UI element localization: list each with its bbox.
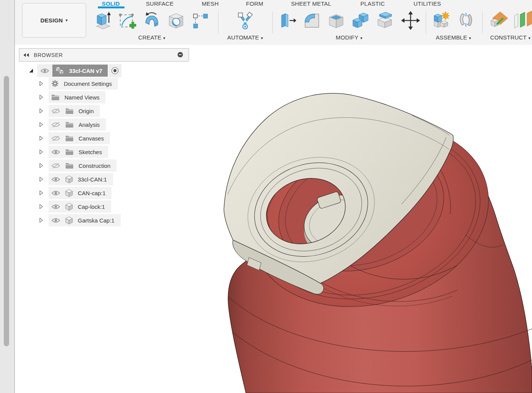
- minimize-panel-icon[interactable]: [177, 52, 183, 59]
- chevron-down-icon: ▾: [469, 36, 471, 40]
- gear-icon: [51, 80, 59, 87]
- component-icon: [65, 203, 73, 211]
- visibility-eye-icon[interactable]: [51, 177, 60, 182]
- fusion360-window: { "toolbar": { "workspace_switcher": { "…: [0, 0, 532, 393]
- root-component-icon: [55, 66, 65, 75]
- workspace-label: DESIGN: [40, 17, 63, 24]
- shell-icon[interactable]: [326, 11, 346, 32]
- visibility-eye-icon[interactable]: [51, 190, 60, 196]
- tree-row-component[interactable]: 33cl-CAN:1: [49, 173, 113, 185]
- folder-icon: [65, 108, 74, 114]
- chevron-down-icon: ▾: [529, 36, 531, 40]
- ribbon-toolbar: DESIGN ▾ SOLID SURFACE MESH FORM SHEET M…: [15, 0, 532, 45]
- left-gutter: [0, 0, 15, 393]
- construct-dropdown[interactable]: CONSTRUCT▾: [490, 34, 531, 41]
- component-icon: [65, 175, 73, 183]
- expand-caret-icon[interactable]: [28, 68, 34, 74]
- visibility-eye-icon[interactable]: [51, 204, 60, 210]
- create-sketch-icon[interactable]: [118, 11, 137, 32]
- expand-caret-icon[interactable]: [38, 163, 44, 169]
- visibility-eye-icon[interactable]: [37, 64, 52, 77]
- automate-dropdown[interactable]: AUTOMATE▾: [227, 34, 263, 41]
- move-copy-icon[interactable]: [401, 11, 420, 32]
- expand-caret-icon[interactable]: [38, 108, 44, 114]
- chevron-down-icon: ▾: [261, 36, 263, 40]
- tree-row-root[interactable]: 33cl-CAN v7: [37, 64, 121, 77]
- expand-caret-icon[interactable]: [38, 94, 44, 100]
- toolbar-separator: [482, 11, 483, 33]
- tree-row-named-views[interactable]: Named Views: [49, 91, 105, 103]
- tab-plastic[interactable]: PLASTIC: [360, 0, 385, 8]
- folder-icon: [65, 135, 74, 142]
- toolbar-separator: [426, 11, 426, 33]
- visibility-off-eye-icon[interactable]: [51, 136, 60, 141]
- folder-icon: [65, 149, 74, 155]
- fillet-icon[interactable]: [302, 11, 322, 32]
- modify-dropdown[interactable]: MODIFY▾: [336, 34, 362, 41]
- root-component-label: 33cl-CAN v7: [69, 68, 102, 74]
- workspace-switcher-button[interactable]: DESIGN ▾: [22, 3, 86, 38]
- component-icon: [65, 216, 73, 224]
- expand-caret-icon[interactable]: [38, 217, 44, 223]
- construction-planes-icon[interactable]: [514, 11, 532, 32]
- expand-caret-icon[interactable]: [38, 80, 44, 87]
- folder-icon: [51, 94, 60, 101]
- visibility-eye-icon[interactable]: [51, 149, 60, 155]
- chevron-down-icon: ▾: [163, 36, 165, 40]
- component-icon: [65, 189, 73, 197]
- tree-row-document-settings[interactable]: Document Settings: [49, 77, 118, 90]
- expand-caret-icon[interactable]: [38, 204, 44, 210]
- tree-row-origin[interactable]: Origin: [49, 105, 100, 117]
- automate-icon[interactable]: [235, 11, 255, 32]
- visibility-eye-icon[interactable]: [51, 218, 60, 223]
- split-body-icon[interactable]: [375, 11, 395, 32]
- revolve-icon[interactable]: [142, 11, 162, 32]
- expand-caret-icon[interactable]: [38, 149, 44, 155]
- offset-plane-icon[interactable]: [489, 11, 508, 32]
- tree-row-canvases[interactable]: Canvases: [49, 132, 110, 144]
- activate-component-radio[interactable]: [109, 64, 121, 77]
- visibility-off-eye-icon[interactable]: [51, 108, 60, 114]
- toolbar-separator: [218, 11, 219, 33]
- expand-caret-icon[interactable]: [38, 135, 44, 141]
- tab-form[interactable]: FORM: [246, 0, 263, 8]
- tab-utilities[interactable]: UTILITIES: [414, 0, 441, 8]
- tab-surface[interactable]: SURFACE: [146, 0, 174, 8]
- create-dropdown[interactable]: CREATE▾: [138, 34, 165, 41]
- tree-row-component[interactable]: CAN-cap:1: [49, 187, 112, 199]
- new-component-icon[interactable]: [431, 11, 451, 32]
- visibility-off-eye-icon[interactable]: [51, 122, 60, 128]
- tab-sheet-metal[interactable]: SHEET METAL: [291, 0, 331, 8]
- tab-mesh[interactable]: MESH: [202, 0, 219, 8]
- vertical-scrollbar[interactable]: [4, 76, 9, 346]
- chevron-down-icon: ▾: [360, 36, 362, 40]
- tree-row-sketches[interactable]: Sketches: [49, 146, 108, 158]
- combine-icon[interactable]: [351, 11, 370, 32]
- tree-row-component[interactable]: Gartska Cap:1: [49, 214, 121, 226]
- hole-icon[interactable]: [166, 11, 186, 32]
- browser-title: BROWSER: [34, 52, 63, 58]
- collapse-panel-icon[interactable]: [23, 53, 30, 57]
- expand-caret-icon[interactable]: [38, 176, 44, 182]
- toolbar-separator: [272, 11, 273, 33]
- folder-icon: [65, 163, 74, 169]
- chevron-down-icon: ▾: [66, 18, 68, 23]
- expand-caret-icon[interactable]: [38, 190, 44, 196]
- expand-caret-icon[interactable]: [38, 122, 44, 128]
- active-tab-underline: [98, 6, 124, 8]
- extrude-icon[interactable]: [93, 11, 113, 32]
- browser-header: BROWSER: [19, 48, 189, 62]
- rectangular-pattern-icon[interactable]: [190, 11, 210, 32]
- tree-row-construction[interactable]: Construction: [49, 159, 116, 172]
- joint-icon[interactable]: [456, 11, 476, 32]
- folder-icon: [65, 122, 74, 128]
- visibility-off-eye-icon[interactable]: [51, 163, 60, 169]
- root-component-selected[interactable]: 33cl-CAN v7: [52, 65, 108, 77]
- assemble-dropdown[interactable]: ASSEMBLE▾: [436, 34, 471, 41]
- press-pull-icon[interactable]: [278, 11, 297, 32]
- tree-row-analysis[interactable]: Analysis: [49, 118, 106, 131]
- tree-row-component[interactable]: Cap-lock:1: [49, 200, 111, 213]
